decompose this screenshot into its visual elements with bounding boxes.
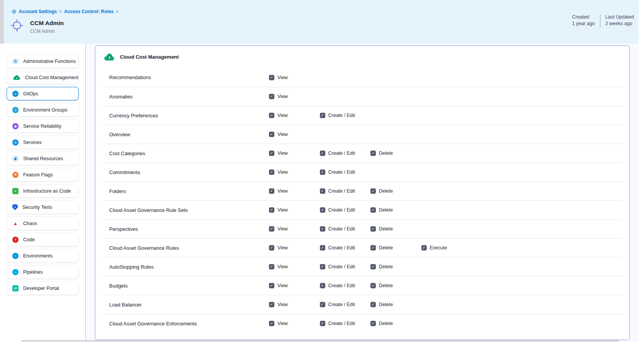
permission-label-create: Create / Edit [328,321,355,326]
checkbox-view-checked[interactable]: ✓ [269,226,274,232]
checkbox-delete-checked[interactable]: ✓ [370,226,376,232]
sidebar-item-label: Services [23,140,42,145]
checkbox-delete-checked[interactable]: ✓ [370,264,376,269]
checkbox-delete-checked[interactable]: ✓ [370,283,376,288]
checkbox-view-checked[interactable]: ✓ [269,264,274,269]
permission-cell-view: ✓View [269,132,320,137]
checkbox-create-checked[interactable]: ✓ [320,226,325,232]
feature-flags-icon: ⚑ [12,172,19,178]
permission-cell-delete: ✓Delete [370,226,421,232]
checkbox-create-checked[interactable]: ✓ [320,283,325,288]
sidebar-item-security-tests[interactable]: •Security Tests [7,200,79,214]
sidebar-item-pipelines[interactable]: ∼Pipelines [7,265,79,279]
created-value: 1 year ago [572,20,595,27]
permissions-panel: $ Cloud Cost Management Recommendations✓… [95,46,630,340]
breadcrumb: ⚙ Account Settings > Access Control: Rol… [12,9,118,14]
horizontal-scrollbar[interactable] [21,340,619,342]
checkbox-delete-checked[interactable]: ✓ [370,207,376,213]
checkbox-delete-checked[interactable]: ✓ [370,151,376,156]
permission-label-view: View [277,94,288,99]
checkbox-view-checked[interactable]: ✓ [269,113,274,118]
sidebar-item-gitops[interactable]: ∞GitOps [7,87,79,100]
cloud-dollar-icon: $ [103,52,115,62]
permission-cell-view: ✓View [269,207,320,213]
checkbox-view-checked[interactable]: ✓ [269,94,274,99]
checkbox-create-checked[interactable]: ✓ [320,151,325,156]
checkbox-delete-checked[interactable]: ✓ [370,188,376,194]
sidebar-item-label: GitOps [23,91,38,97]
sidebar-item-service-reliability[interactable]: ◉Service Reliability [7,119,79,133]
sidebar-item-code[interactable]: YCode [7,233,79,246]
sidebar-item-environment-groups[interactable]: ⊙Environment Groups [7,103,79,117]
checkbox-create-checked[interactable]: ✓ [320,264,325,269]
checkbox-create-checked[interactable]: ✓ [320,245,325,251]
permission-label-delete: Delete [379,321,393,326]
sidebar-item-services[interactable]: ◎Services [7,135,79,149]
sidebar-item-environments[interactable]: ≈Environments [7,249,79,262]
sidebar-item-developer-portal[interactable]: ⇄Developer Portal [7,281,79,295]
main-area: $ Cloud Cost Management Recommendations✓… [86,44,639,342]
permission-row-currency-preferences: Currency Preferences✓View✓Create / Edit [101,106,623,125]
permission-cell-create: ✓Create / Edit [320,151,371,156]
checkbox-view-checked[interactable]: ✓ [269,188,274,194]
permission-cell-view: ✓View [269,245,320,251]
checkbox-view-checked[interactable]: ✓ [269,283,274,288]
checkbox-create-checked[interactable]: ✓ [320,113,325,118]
permission-cell-view: ✓View [269,169,320,175]
permission-cell-create: ✓Create / Edit [320,245,371,251]
sidebar-item-shared-resources[interactable]: ◆Shared Resources [7,152,79,165]
checkbox-delete-checked[interactable]: ✓ [370,245,376,251]
checkbox-view-checked[interactable]: ✓ [269,321,274,326]
admin-gear-icon: ⚙ [12,58,19,64]
permission-cell-delete: ✓Delete [370,283,421,288]
checkbox-create-checked[interactable]: ✓ [320,321,325,326]
permission-label-view: View [277,245,288,251]
sidebar-item-cloud-cost-management[interactable]: $Cloud Cost Management [7,71,79,84]
permission-row-recommendations: Recommendations✓View [101,68,623,87]
permission-name: Overview [109,132,269,137]
checkbox-delete-checked[interactable]: ✓ [370,321,376,326]
sidebar-item-label: Shared Resources [23,156,63,161]
permission-label-view: View [277,151,288,156]
permission-label-view: View [277,188,288,194]
sidebar-item-label: Chaos [23,221,37,226]
checkbox-view-checked[interactable]: ✓ [269,132,274,137]
sidebar-item-feature-flags[interactable]: ⚑Feature Flags [7,168,79,181]
sidebar-item-infrastructure-as-code[interactable]: ≡Infrastructure as Code [7,184,79,198]
checkbox-view-checked[interactable]: ✓ [269,302,274,307]
permission-cell-delete: ✓Delete [370,151,421,156]
checkbox-delete-checked[interactable]: ✓ [370,302,376,307]
window-gutter [0,0,4,44]
checkbox-create-checked[interactable]: ✓ [320,302,325,307]
permission-row-cloud-asset-governance-enforcements: Cloud Asset Governance Enforcements✓View… [101,314,623,333]
permission-cell-view: ✓View [269,321,320,326]
permission-label-view: View [277,113,288,118]
permission-cell-create: ✓Create / Edit [320,188,371,194]
checkbox-create-checked[interactable]: ✓ [320,188,325,194]
checkbox-create-checked[interactable]: ✓ [320,207,325,213]
checkbox-execute-checked[interactable]: ✓ [421,245,427,251]
permission-cell-execute: ✓Execute [421,245,472,251]
sidebar-item-label: Developer Portal [23,286,59,291]
permission-row-load-balancer: Load Balancer✓View✓Create / Edit✓Delete [101,295,623,314]
permission-cell-create: ✓Create / Edit [320,321,371,326]
created-label: Created [572,14,595,20]
checkbox-view-checked[interactable]: ✓ [269,151,274,156]
permission-cell-create: ✓Create / Edit [320,302,371,307]
checkbox-view-checked[interactable]: ✓ [269,207,274,213]
breadcrumb-link-account-settings[interactable]: Account Settings [19,9,57,14]
panel-header: $ Cloud Cost Management [95,46,629,68]
permission-label-view: View [277,302,288,307]
checkbox-view-checked[interactable]: ✓ [269,75,274,80]
checkbox-view-checked[interactable]: ✓ [269,245,274,251]
checkbox-create-checked[interactable]: ✓ [320,169,325,175]
sidebar-item-label: Cloud Cost Management [25,75,78,80]
breadcrumb-link-access-control-roles[interactable]: Access Control: Roles [64,9,113,14]
sidebar-item-administrative-functions[interactable]: ⚙Administrative Functions [7,54,79,68]
checkbox-view-checked[interactable]: ✓ [269,169,274,175]
sidebar-item-chaos[interactable]: ▲Chaos [7,217,79,230]
permission-label-create: Create / Edit [328,226,355,232]
cloud-dollar-icon: $ [12,74,20,81]
environment-groups-icon: ⊙ [12,107,19,113]
permission-name: Recommendations [109,74,269,80]
